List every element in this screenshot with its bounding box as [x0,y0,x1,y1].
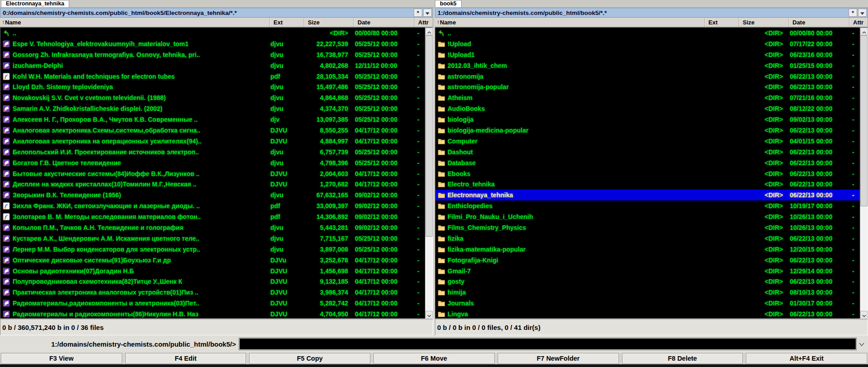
right-path-bar[interactable]: 1:/domains/chemistry-chemists.com/public… [435,8,868,18]
left-vertical-scrollbar[interactable] [425,28,433,319]
f8-delete-button[interactable]: F8 Delete [622,353,743,364]
tab-book5[interactable]: book5 [435,0,462,7]
file-row[interactable]: ..<DIR>00/00/80 00:00- [435,28,860,38]
f6-move-button[interactable]: F6 Move [373,353,495,364]
file-row[interactable]: Database<DIR>06/22/13 00:00- [435,157,860,168]
scroll-down-button[interactable] [860,311,868,319]
left-header-size[interactable]: Size [304,18,354,27]
file-row[interactable]: Enthiclopedies<DIR>10/19/17 00:00- [435,200,860,211]
file-row[interactable]: Novakovskij S.V. Cvet v cvetnom televide… [0,92,425,103]
file-row[interactable]: Белопольский И.И. Проектирование источни… [0,147,425,157]
file-row[interactable]: Films_Chemistry_Physics<DIR>10/26/13 00:… [435,222,860,233]
file-row[interactable]: himija<DIR>08/10/13 00:00- [435,287,860,298]
file-row[interactable]: Оптические дисковые системы(91)Боухьюз Г… [0,255,425,266]
left-header-date[interactable]: Date [354,18,415,27]
right-header-attr[interactable]: Attr [849,18,868,27]
file-attr: - [414,40,425,48]
file-row[interactable]: Lingva<DIR>06/22/13 00:00- [435,309,860,319]
tab-electronnaya-tehnika[interactable]: Electronnaya_tehnika [1,0,69,7]
file-attr: - [414,116,425,123]
file-row[interactable]: Аналоговая электроника.Схемы,системы,обр… [0,125,425,136]
left-file-list: ..<DIR>00/00/80 00:00-Espe V. Tehnologiy… [0,28,425,319]
file-row[interactable]: fizika-matematika-popular<DIR>12/20/15 0… [435,244,860,255]
file-row[interactable]: Зворыкин В.К. Телевидение (1956)djvu67,6… [0,190,425,200]
file-row[interactable]: Lloyd Dzh. Sistemy teplovideniyadjvu15,4… [0,81,425,92]
command-history-dropdown-button[interactable] [856,338,867,350]
scrollbar-track[interactable] [860,35,868,311]
left-filter-star-button[interactable]: * [414,9,422,17]
alt-f4-exit-button[interactable]: Alt+F4 Exit [746,353,867,364]
file-row[interactable]: Fotografija-Knigi<DIR>06/22/13 00:00- [435,255,860,266]
scrollbar-track[interactable] [425,35,433,311]
file-row[interactable]: Аналоговая электроника на операционных у… [0,136,425,147]
right-filter-star-button[interactable]: * [849,9,857,17]
scroll-up-button[interactable] [860,28,868,35]
f5-copy-button[interactable]: F5 Copy [249,353,370,364]
scroll-up-button[interactable] [425,28,433,35]
file-row[interactable]: Лернер М.М. Выбор конденсаторов для элек… [0,244,425,255]
file-row[interactable]: Основы радиотехники(07)Догадин Н.БDJVU1,… [0,266,425,276]
file-row-selected[interactable]: Electronnaya_tehnika<DIR>06/22/13 00:00- [435,190,860,200]
file-size: <DIR> [739,83,788,91]
f7-newfolder-button[interactable]: F7 NewFolder [498,353,619,364]
file-row[interactable]: Кустарев А.К., Шендерович А.М. Искажения… [0,233,425,244]
file-row[interactable]: biologija-medicina-popular<DIR>06/22/13 … [435,125,860,136]
file-row[interactable]: Золотарев В. М. Методы исследования мате… [0,211,425,222]
file-row[interactable]: Алексеев Н. Г., Прохоров В.А., Чмутов К.… [0,114,425,125]
file-row[interactable]: Практическая электроника аналоговых устр… [0,287,425,298]
file-row[interactable]: astronomija-popular<DIR>06/22/13 00:00- [435,81,860,92]
scrollbar-thumb[interactable] [425,35,433,237]
file-row[interactable]: Filmi_Pro_Nauku_i_Uchenih<DIR>10/26/13 0… [435,211,860,222]
file-row[interactable]: !Upload<DIR>07/17/22 00:00- [435,38,860,49]
file-size: <DIR> [739,300,788,307]
file-row[interactable]: astronomija<DIR>06/22/13 00:00- [435,71,860,82]
file-row[interactable]: izuchaem-Delphidjvu4,802,26812/11/12 00:… [0,60,425,71]
right-header-size[interactable]: Size [739,18,789,27]
file-row[interactable]: fizika<DIR>06/22/13 00:00- [435,233,860,244]
scroll-down-button[interactable] [425,311,433,319]
f3-view-button[interactable]: F3 View [1,353,122,364]
file-row[interactable]: Зихла Франк. ЖКИ, светоизлучающие и лазе… [0,200,425,211]
file-row[interactable]: Бытовые акустические системы(84)Иоффе В.… [0,168,425,179]
left-file-panel: 0:/domains/chemistry-chemists.com/public… [0,8,433,319]
left-header-attr[interactable]: Attr [415,18,433,27]
file-row[interactable]: Dashout<DIR>06/22/13 00:00- [435,147,860,157]
file-row[interactable]: Samarin A.V. Zhidkokristallicheskie disp… [0,103,425,114]
file-row[interactable]: Дисплеи на жидких кристаллах(10)Томилин … [0,179,425,190]
scrollbar-thumb[interactable] [860,35,868,206]
file-row[interactable]: Полупроводниковая схемотехника(82)Титце … [0,276,425,287]
file-row[interactable]: Kohl W.H. Materials and techniques for e… [0,71,425,82]
file-row[interactable]: ..<DIR>00/00/80 00:00- [0,28,425,38]
file-row[interactable]: !Upload1<DIR>06/23/16 00:00- [435,49,860,60]
file-row[interactable]: Радиоматериалы и радиокомпоненты(86)Нику… [0,309,425,319]
file-row[interactable]: Espe V. Tehnologiya_elektrovakuumnyih_ma… [0,38,425,49]
right-header-ext[interactable]: Ext [705,18,739,27]
command-input[interactable] [239,338,856,350]
right-path-dropdown-button[interactable] [858,9,867,17]
left-path-bar[interactable]: 0:/domains/chemistry-chemists.com/public… [0,8,433,18]
file-date: 06/22/13 00:00 [788,73,849,80]
file-row[interactable]: Computer<DIR>04/01/15 00:00- [435,136,860,147]
file-row[interactable]: Journals<DIR>01/30/17 00:00- [435,298,860,309]
right-vertical-scrollbar[interactable] [860,28,868,319]
left-path-dropdown-button[interactable] [423,9,432,17]
file-row[interactable]: biologija<DIR>09/02/13 00:00- [435,114,860,125]
right-header-date[interactable]: Date [789,18,849,27]
file-row[interactable]: Atheism<DIR>07/21/16 00:00- [435,92,860,103]
file-row[interactable]: Радиоматериалы,радиокомпоненты и электро… [0,298,425,309]
file-row[interactable]: AudioBooks<DIR>08/12/22 00:00- [435,103,860,114]
file-row[interactable]: Ebooks<DIR>06/22/13 00:00- [435,168,860,179]
left-header-ext[interactable]: Ext [270,18,304,27]
file-row[interactable]: Gossorg Zh. Infrakrasnaya termografiya. … [0,49,425,60]
file-row[interactable]: Electro_tehnika<DIR>06/22/13 00:00- [435,179,860,190]
left-header-name[interactable]: ↑ Name [0,18,270,27]
file-row[interactable]: Богатов Г.В. Цветное телевидениеdjvu4,79… [0,157,425,168]
file-row[interactable]: Копылов П.М., Тачков А.Н. Телевидение и … [0,222,425,233]
f4-edit-button[interactable]: F4 Edit [125,353,246,364]
file-row[interactable]: 2012.03_ihtik_chem<DIR>01/25/15 00:00- [435,60,860,71]
file-ext: DJVu [269,257,304,264]
right-header-name[interactable]: ↑ Name [435,18,705,27]
file-name: Основы радиотехники(07)Догадин Н.Б [12,267,269,275]
file-row[interactable]: Gmail-7<DIR>12/29/14 00:00- [435,266,860,276]
file-row[interactable]: gosty<DIR>06/22/13 00:00- [435,276,860,287]
